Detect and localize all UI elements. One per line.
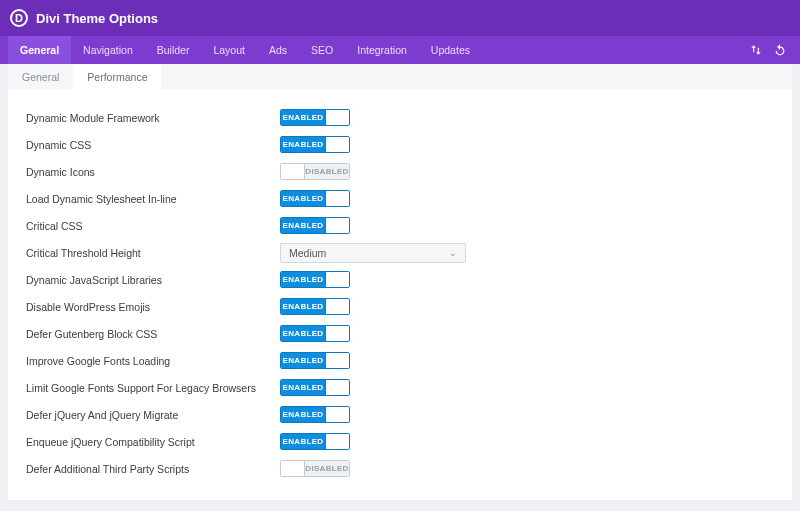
toggle-state-label: ENABLED bbox=[281, 110, 325, 125]
setting-toggle[interactable]: ENABLED bbox=[280, 406, 350, 423]
setting-toggle[interactable]: ENABLED bbox=[280, 217, 350, 234]
toggle-state-label: ENABLED bbox=[281, 326, 325, 341]
setting-toggle[interactable]: ENABLED bbox=[280, 325, 350, 342]
primary-nav: GeneralNavigationBuilderLayoutAdsSEOInte… bbox=[0, 36, 800, 64]
setting-row: Critical Threshold HeightMedium⌄ bbox=[26, 239, 774, 266]
setting-label: Improve Google Fonts Loading bbox=[26, 355, 280, 367]
divi-logo-icon: D bbox=[10, 9, 28, 27]
toggle-state-label: ENABLED bbox=[281, 353, 325, 368]
app-root: D Divi Theme Options GeneralNavigationBu… bbox=[0, 0, 800, 511]
nav-tab-general[interactable]: General bbox=[8, 36, 71, 64]
setting-row: Defer jQuery And jQuery MigrateENABLED bbox=[26, 401, 774, 428]
toggle-state-label: DISABLED bbox=[305, 461, 349, 476]
nav-tab-ads[interactable]: Ads bbox=[257, 36, 299, 64]
setting-row: Dynamic CSSENABLED bbox=[26, 131, 774, 158]
header-bar: D Divi Theme Options bbox=[0, 0, 800, 36]
setting-label: Dynamic Module Framework bbox=[26, 112, 280, 124]
chevron-down-icon: ⌄ bbox=[449, 248, 457, 258]
setting-label: Enqueue jQuery Compatibility Script bbox=[26, 436, 280, 448]
setting-row: Dynamic JavaScript LibrariesENABLED bbox=[26, 266, 774, 293]
toggle-state-label: ENABLED bbox=[281, 434, 325, 449]
toggle-state-label: ENABLED bbox=[281, 191, 325, 206]
setting-label: Critical Threshold Height bbox=[26, 247, 280, 259]
setting-row: Limit Google Fonts Support For Legacy Br… bbox=[26, 374, 774, 401]
setting-toggle[interactable]: ENABLED bbox=[280, 298, 350, 315]
subtab-general[interactable]: General bbox=[8, 64, 73, 89]
setting-row: Enqueue jQuery Compatibility ScriptENABL… bbox=[26, 428, 774, 455]
setting-row: Defer Gutenberg Block CSSENABLED bbox=[26, 320, 774, 347]
setting-row: Improve Google Fonts LoadingENABLED bbox=[26, 347, 774, 374]
setting-select[interactable]: Medium⌄ bbox=[280, 243, 466, 263]
setting-label: Disable WordPress Emojis bbox=[26, 301, 280, 313]
setting-toggle[interactable]: ENABLED bbox=[280, 433, 350, 450]
nav-tab-builder[interactable]: Builder bbox=[145, 36, 202, 64]
setting-label: Dynamic CSS bbox=[26, 139, 280, 151]
setting-row: Defer Additional Third Party ScriptsDISA… bbox=[26, 455, 774, 482]
setting-label: Defer jQuery And jQuery Migrate bbox=[26, 409, 280, 421]
setting-label: Defer Gutenberg Block CSS bbox=[26, 328, 280, 340]
setting-row: Disable WordPress EmojisENABLED bbox=[26, 293, 774, 320]
toggle-state-label: ENABLED bbox=[281, 137, 325, 152]
toggle-state-label: ENABLED bbox=[281, 272, 325, 287]
select-value: Medium bbox=[289, 247, 326, 259]
setting-label: Load Dynamic Stylesheet In-line bbox=[26, 193, 280, 205]
nav-spacer bbox=[482, 36, 744, 64]
page-title: Divi Theme Options bbox=[36, 11, 158, 26]
setting-label: Limit Google Fonts Support For Legacy Br… bbox=[26, 382, 280, 394]
toggle-state-label: ENABLED bbox=[281, 218, 325, 233]
toggle-state-label: ENABLED bbox=[281, 407, 325, 422]
reset-icon[interactable] bbox=[768, 36, 792, 64]
nav-tab-seo[interactable]: SEO bbox=[299, 36, 345, 64]
setting-row: Dynamic IconsDISABLED bbox=[26, 158, 774, 185]
toggle-state-label: DISABLED bbox=[305, 164, 349, 179]
setting-toggle[interactable]: ENABLED bbox=[280, 136, 350, 153]
toggle-state-label: ENABLED bbox=[281, 299, 325, 314]
nav-tab-navigation[interactable]: Navigation bbox=[71, 36, 145, 64]
secondary-nav: GeneralPerformance bbox=[8, 64, 792, 90]
setting-label: Dynamic Icons bbox=[26, 166, 280, 178]
toggle-state-label: ENABLED bbox=[281, 380, 325, 395]
setting-toggle[interactable]: ENABLED bbox=[280, 379, 350, 396]
setting-toggle[interactable]: ENABLED bbox=[280, 109, 350, 126]
setting-toggle[interactable]: ENABLED bbox=[280, 271, 350, 288]
setting-row: Load Dynamic Stylesheet In-lineENABLED bbox=[26, 185, 774, 212]
settings-panel: Dynamic Module FrameworkENABLEDDynamic C… bbox=[8, 90, 792, 500]
setting-toggle[interactable]: DISABLED bbox=[280, 163, 350, 180]
setting-label: Dynamic JavaScript Libraries bbox=[26, 274, 280, 286]
setting-row: Dynamic Module FrameworkENABLED bbox=[26, 104, 774, 131]
nav-tab-layout[interactable]: Layout bbox=[201, 36, 257, 64]
setting-toggle[interactable]: ENABLED bbox=[280, 352, 350, 369]
setting-row: Critical CSSENABLED bbox=[26, 212, 774, 239]
setting-toggle[interactable]: DISABLED bbox=[280, 460, 350, 477]
nav-tab-updates[interactable]: Updates bbox=[419, 36, 482, 64]
setting-label: Defer Additional Third Party Scripts bbox=[26, 463, 280, 475]
setting-toggle[interactable]: ENABLED bbox=[280, 190, 350, 207]
sort-icon[interactable] bbox=[744, 36, 768, 64]
subtab-performance[interactable]: Performance bbox=[73, 64, 161, 89]
nav-tab-integration[interactable]: Integration bbox=[345, 36, 419, 64]
setting-label: Critical CSS bbox=[26, 220, 280, 232]
